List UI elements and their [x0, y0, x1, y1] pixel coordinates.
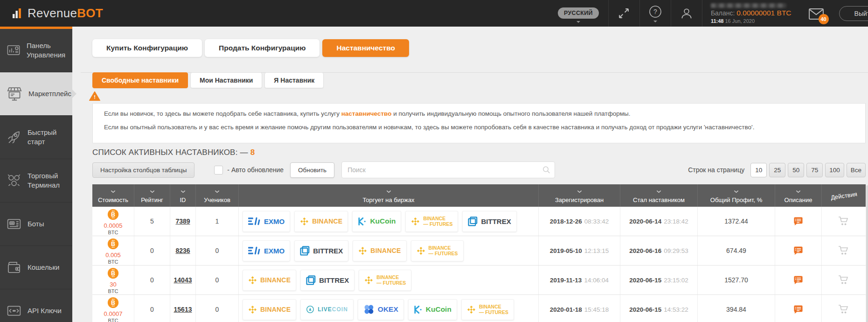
description-chat-icon[interactable]	[793, 305, 803, 315]
mentor-id-link[interactable]: 7389	[175, 217, 190, 225]
chevron-down-icon	[653, 21, 657, 22]
balance-datetime: 11:48 16 Jun, 2020	[711, 18, 792, 24]
exchange-badge-okex: OKEX	[358, 299, 404, 320]
buy-cart-icon[interactable]	[838, 275, 849, 285]
page-size-50[interactable]: 50	[788, 163, 804, 177]
buy-cart-icon[interactable]	[838, 245, 849, 256]
search-input[interactable]	[341, 161, 555, 178]
help-button[interactable]: ?	[640, 0, 671, 27]
sort-chevron-icon[interactable]	[386, 188, 391, 195]
sidebar-item-label: Панель Управления	[27, 41, 69, 60]
sidebar-item-dashboard[interactable]: Панель Управления	[0, 29, 72, 72]
sidebar-item-quick-start[interactable]: Быстрый старт	[0, 116, 72, 159]
svg-text:B: B	[111, 211, 115, 218]
rows-per-page-label: Строк на страницу	[688, 166, 744, 174]
revenuebot-logo[interactable]: RevenueBOT	[12, 6, 103, 21]
page-size-10[interactable]: 10	[750, 163, 767, 177]
tab-buy-config[interactable]: Купить Конфигурацию	[92, 39, 202, 57]
page-size-Все[interactable]: Все	[847, 163, 866, 177]
sidebar-item-trading-terminal[interactable]: Торговый Терминал	[0, 159, 72, 203]
column-header-5[interactable]: Торгует на биржах	[239, 184, 539, 207]
sort-chevron-icon[interactable]	[796, 188, 801, 195]
help-icon: ?	[648, 5, 662, 19]
mentor-id-link[interactable]: 14043	[174, 276, 192, 284]
sort-chevron-icon[interactable]	[215, 188, 220, 195]
sort-chevron-icon[interactable]	[577, 188, 582, 195]
sort-chevron-icon[interactable]	[150, 188, 155, 195]
sidebar-item-bots[interactable]: Боты	[0, 203, 72, 246]
sidebar-item-label: API Ключи	[28, 306, 62, 315]
binance-icon	[248, 276, 257, 285]
description-chat-icon[interactable]	[793, 246, 803, 256]
column-header-8[interactable]: Общий Профит, %	[698, 184, 775, 207]
subtab-free-mentors[interactable]: Свободные наставники	[92, 72, 188, 88]
livecoin-icon	[306, 305, 314, 314]
revenuebot-app: RevenueBOT РУССКИЙ ?	[0, 0, 868, 322]
logout-button[interactable]: Выйти	[839, 6, 868, 21]
mentorship-link[interactable]: наставничество	[341, 110, 392, 117]
description-chat-icon[interactable]	[793, 217, 803, 226]
price-value: 30	[110, 281, 116, 288]
auto-refresh-checkbox[interactable]	[214, 166, 223, 175]
exchange-badge-bittrex: BITTREX	[300, 270, 354, 291]
subtab-i-am-mentor[interactable]: Я Наставник	[264, 72, 324, 88]
cell-description	[775, 236, 822, 265]
balance-label: Баланс:	[711, 9, 735, 17]
buy-cart-icon[interactable]	[838, 216, 849, 226]
mentor-id-link[interactable]: 15613	[174, 306, 192, 313]
cell-exchanges: BINANCEBITTREXBINANCE— FUTURES	[239, 266, 539, 294]
description-chat-icon[interactable]	[793, 275, 803, 285]
page-size-100[interactable]: 100	[825, 163, 844, 177]
sort-chevron-icon[interactable]	[734, 188, 739, 195]
chevron-down-icon	[576, 21, 580, 23]
sort-chevron-icon[interactable]	[111, 188, 116, 195]
refresh-button[interactable]: Обновить	[290, 162, 334, 178]
subtab-my-mentors[interactable]: Мои Наставники	[190, 72, 262, 88]
cell-description	[775, 295, 822, 322]
sidebar-item-api-keys[interactable]: API Ключи	[0, 289, 72, 322]
mentor-id-link[interactable]: 8236	[175, 247, 190, 254]
cell-price: B0.005BTC	[92, 236, 134, 265]
sort-chevron-icon[interactable]	[656, 188, 661, 195]
binance-icon	[358, 246, 367, 255]
language-selector[interactable]: РУССКИЙ	[549, 4, 608, 23]
exmo-icon	[248, 246, 261, 255]
btc-icon: B	[107, 297, 119, 310]
price-currency: BTC	[108, 318, 118, 322]
tab-mentorship[interactable]: Наставничество	[322, 39, 409, 57]
column-header-6[interactable]: Зарегистрирован	[539, 184, 620, 207]
svg-text:B: B	[111, 300, 115, 306]
sort-chevron-icon[interactable]	[181, 188, 186, 195]
column-header-9[interactable]: Описание	[775, 184, 822, 207]
buy-cart-icon[interactable]	[838, 304, 849, 315]
column-header-7[interactable]: Стал наставником	[620, 184, 698, 207]
column-header-10[interactable]: Действия	[822, 184, 866, 207]
column-label: Действия	[830, 190, 858, 201]
page-size-75[interactable]: 75	[806, 163, 823, 177]
btc-icon: B	[107, 267, 119, 280]
sidebar-item-wallets[interactable]: Кошельки	[0, 246, 72, 289]
column-header-2[interactable]: Рейтинг	[134, 184, 170, 207]
kucoin-icon	[414, 305, 423, 314]
profile-button[interactable]	[671, 0, 702, 27]
column-label: Учеников	[204, 196, 230, 203]
cell-became-mentor: 2020-06-1609:29:53	[620, 236, 698, 265]
messages-button[interactable]: 40	[800, 7, 833, 20]
exchange-badge-binance-futures: BINANCE— FUTURES	[411, 240, 464, 261]
sub-tabs: Свободные наставникиМои НаставникиЯ Наст…	[92, 72, 324, 88]
column-label: Общий Профит, %	[710, 196, 762, 203]
tab-sell-config[interactable]: Продать Конфигурацию	[205, 39, 319, 57]
cell-became-mentor: 2020-06-1523:15:02	[620, 266, 698, 294]
cell-registered: 2018-12-2608:33:42	[539, 207, 620, 236]
page-size-25[interactable]: 25	[769, 163, 785, 177]
cell-students: 0	[196, 236, 239, 265]
cell-description	[775, 207, 822, 236]
configure-columns-button[interactable]: Настройка столбцов таблицы	[92, 162, 194, 178]
logo-text: RevenueBOT	[28, 6, 103, 21]
column-header-4[interactable]: Учеников	[196, 184, 239, 207]
cell-rating: 5	[134, 207, 170, 236]
column-header-1[interactable]: Стоимость	[92, 184, 134, 207]
column-header-3[interactable]: ID	[170, 184, 196, 207]
fullscreen-button[interactable]	[609, 0, 639, 27]
sidebar-item-marketplace[interactable]: Маркетплейс	[0, 72, 72, 116]
